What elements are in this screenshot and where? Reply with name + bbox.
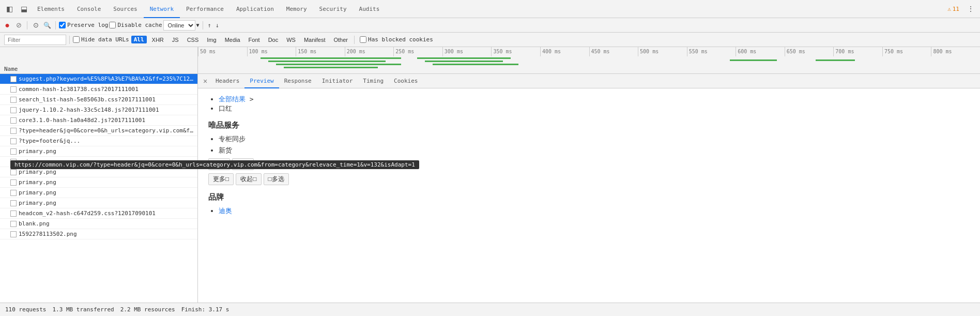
file-name: suggest.php?keyword=%E5%8F%A3%E7%BA%A2&f… (19, 76, 195, 82)
tick-11: 600 ms (736, 47, 785, 56)
breadcrumb-list: 全部结果 > 口红 (219, 95, 970, 113)
filter-ws[interactable]: WS (283, 36, 299, 43)
wf-bar-6 (425, 61, 503, 62)
dock-bottom-icon[interactable]: ⬓ (17, 2, 31, 16)
list-item[interactable]: jquery-1.10.2-hash-33c5c148.js?201711100… (0, 105, 197, 115)
file-icon (10, 179, 17, 186)
filter-input[interactable] (4, 35, 66, 45)
file-name: common-hash-1c381738.css?2017111001 (19, 86, 139, 93)
tab-network[interactable]: Network (144, 0, 180, 18)
tab-sources[interactable]: Sources (107, 0, 143, 18)
export-har-button[interactable]: ↓ (214, 22, 221, 29)
filter-font[interactable]: Font (246, 36, 263, 43)
list-item[interactable]: ?type=footer&jq... https://common.vip.co… (0, 136, 197, 146)
hide-data-urls-label[interactable]: Hide data URLs (73, 36, 129, 43)
more-menu-icon[interactable]: ⋮ (963, 2, 978, 16)
list-item[interactable]: common-hash-1c381738.css?2017111001 (0, 84, 197, 95)
filter-img[interactable]: Img (204, 36, 219, 43)
stop-button[interactable]: ⊘ (13, 20, 24, 31)
detail-tab-timing[interactable]: Timing (358, 74, 389, 88)
collapse-button[interactable]: 收起□ (236, 173, 261, 185)
filter-css[interactable]: CSS (184, 36, 202, 43)
disable-cache-label[interactable]: Disable cache (109, 22, 162, 28)
file-name: blank.png (19, 220, 50, 227)
filter-all-btn[interactable]: All (131, 36, 147, 43)
file-icon (10, 200, 17, 206)
preserve-log-text: Preserve log (67, 22, 108, 28)
wf-bar-1 (261, 57, 401, 59)
network-toolbar: ● ⊘ ⊙ 🔍 Preserve log Disable cache Onlin… (0, 18, 980, 33)
list-item[interactable]: 1592278113502.png (0, 229, 197, 239)
filter-media[interactable]: Media (222, 36, 243, 43)
detail-tab-initiator[interactable]: Initiator (317, 74, 358, 88)
file-icon (10, 138, 17, 144)
list-item[interactable]: suggest.php?keyword=%E5%8F%A3%E7%BA%A2&f… (0, 74, 197, 84)
cancel-button[interactable]: 取消 (232, 158, 254, 170)
list-item[interactable]: primary.png (0, 167, 197, 177)
warning-badge[interactable]: ⚠ 11 (943, 6, 963, 12)
has-blocked-label[interactable]: Has blocked cookies (360, 36, 433, 43)
detail-tab-response[interactable]: Response (279, 74, 317, 88)
list-item[interactable]: blank.png (0, 219, 197, 229)
detail-tab-headers[interactable]: Headers (210, 74, 244, 88)
file-icon (10, 169, 17, 175)
dock-left-icon[interactable]: ◧ (2, 2, 17, 16)
tab-audits[interactable]: Audits (353, 0, 386, 18)
tab-performance[interactable]: Performance (180, 0, 230, 18)
file-list: suggest.php?keyword=%E5%8F%A3%E7%BA%A2&f… (0, 74, 198, 303)
import-har-button[interactable]: ↑ (206, 22, 213, 29)
service-item-2: 新货 (219, 146, 970, 155)
preserve-log-label[interactable]: Preserve log (59, 22, 108, 28)
detail-tab-preview[interactable]: Preview (244, 74, 279, 88)
tab-memory[interactable]: Memory (280, 0, 313, 18)
list-item[interactable]: core3.1.0-hash-1a0a48d2.js?2017111001 (0, 115, 197, 126)
list-item[interactable]: primary.png (0, 188, 197, 198)
list-item[interactable]: search_list-hash-5e85063b.css?2017111001 (0, 95, 197, 105)
disable-cache-checkbox[interactable] (109, 22, 116, 28)
list-item[interactable]: primary.png (0, 177, 197, 188)
brand-link[interactable]: 迪奥 (219, 207, 232, 215)
filter-icon[interactable]: ⊙ (30, 20, 41, 31)
filter-manifest[interactable]: Manifest (301, 36, 329, 43)
wf-bar-5 (417, 57, 511, 59)
detail-tab-cookies[interactable]: Cookies (389, 74, 423, 88)
throttle-select[interactable]: Online (163, 20, 195, 31)
tick-12: 650 ms (785, 47, 834, 56)
file-icon (10, 86, 17, 93)
filter-xhr[interactable]: XHR (149, 36, 167, 43)
hide-data-urls-checkbox[interactable] (73, 36, 80, 43)
list-item[interactable]: primary.png (0, 157, 197, 167)
list-item[interactable]: primary.png (0, 146, 197, 157)
tab-application[interactable]: Application (230, 0, 280, 18)
breadcrumb-arrow: > (250, 95, 254, 103)
resources-size: 2.2 MB resources (120, 306, 175, 313)
file-icon (10, 221, 17, 227)
timeline-ticks: 50 ms 100 ms 150 ms 200 ms 250 ms 300 ms… (198, 47, 980, 56)
more-button[interactable]: 更多□ (208, 173, 234, 185)
file-name: ?type=footer&jq... (19, 138, 80, 144)
filter-other[interactable]: Other (331, 36, 351, 43)
tick-2: 150 ms (296, 47, 345, 56)
tick-13: 700 ms (833, 47, 882, 56)
transferred-size: 1.3 MB transferred (52, 306, 114, 313)
wf-bar-4 (284, 67, 378, 68)
multiselect-button[interactable]: □多选 (264, 173, 289, 185)
has-blocked-checkbox[interactable] (360, 36, 366, 43)
list-item[interactable]: ?type=header&jq=0&core=0&h_urls=category… (0, 126, 197, 136)
tab-console[interactable]: Console (71, 0, 107, 18)
tab-elements[interactable]: Elements (31, 0, 71, 18)
file-icon (10, 97, 17, 103)
list-item[interactable]: primary.png (0, 198, 197, 208)
breadcrumb-link[interactable]: 全部结果 (219, 95, 246, 103)
filter-js[interactable]: JS (169, 36, 182, 43)
tab-security[interactable]: Security (313, 0, 353, 18)
confirm-button[interactable]: 确认 (208, 158, 230, 170)
filter-doc[interactable]: Doc (265, 36, 282, 43)
close-detail-button[interactable]: × (200, 76, 210, 86)
list-item[interactable]: headcom_v2-hash-c647d259.css?12017090101 (0, 208, 197, 219)
file-icon (10, 231, 17, 237)
record-button[interactable]: ● (2, 20, 12, 31)
search-icon[interactable]: 🔍 (42, 20, 52, 31)
preserve-log-checkbox[interactable] (59, 22, 66, 28)
tick-1: 100 ms (247, 47, 296, 56)
